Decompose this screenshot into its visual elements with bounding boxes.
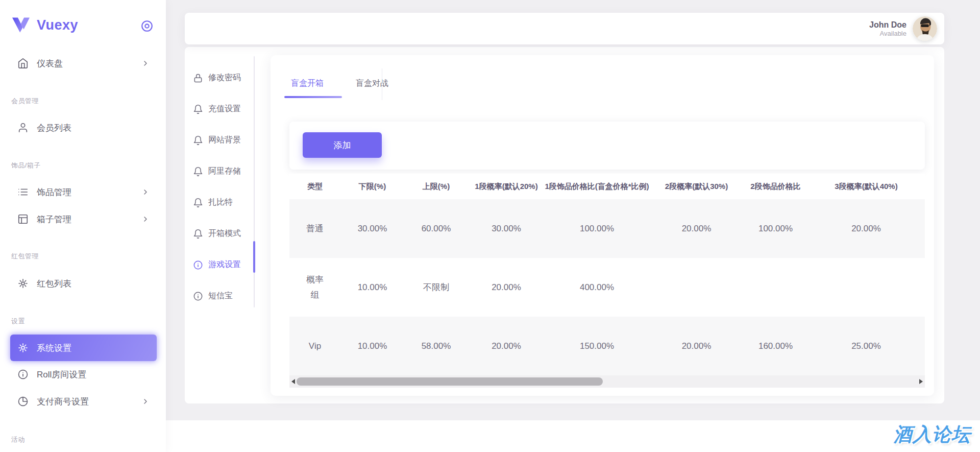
col-header-seg2-price-ratio: 2段饰品价格比	[744, 174, 807, 199]
main-content-panel: 修改密码 充值设置 网站背景 阿里存储 扎比特 开箱模式 游戏设置 短信宝	[185, 47, 944, 403]
cell-value: 30.00%	[468, 199, 545, 258]
section-label-settings: 设置	[11, 317, 154, 326]
scrollbar-right-arrow-icon[interactable]	[919, 379, 923, 384]
menu-item-sms-bao[interactable]: 短信宝	[193, 280, 250, 312]
home-icon	[17, 58, 29, 69]
sidebar-item-label: 支付商号设置	[37, 396, 141, 408]
scrollbar-thumb[interactable]	[297, 377, 603, 386]
sidebar-item-item-management[interactable]: 饰品管理	[10, 180, 157, 204]
menu-item-unbox-mode[interactable]: 开箱模式	[193, 218, 250, 249]
cell-value: 25.00%	[807, 317, 925, 375]
cell-value: 20.00%	[468, 258, 545, 317]
col-header-type: 类型	[289, 174, 340, 199]
section-label-red-packet: 红包管理	[11, 252, 154, 261]
menu-item-ali-storage[interactable]: 阿里存储	[193, 156, 250, 187]
cell-value: 150.00%	[545, 317, 649, 375]
menu-item-label: 网站背景	[208, 135, 241, 146]
cell-value: 10.00%	[340, 258, 404, 317]
sidebar-item-roll-room-settings[interactable]: Roll房间设置	[10, 362, 157, 387]
chevron-right-icon	[141, 215, 150, 223]
pie-chart-icon	[17, 396, 29, 407]
sidebar-item-member-list[interactable]: 会员列表	[10, 115, 157, 140]
table-row: 普通 30.00% 60.00% 30.00% 100.00% 20.00% 1…	[289, 199, 925, 258]
cell-type: 概率组	[305, 272, 326, 303]
avatar[interactable]	[913, 16, 937, 41]
left-sidebar: Vuexy 仪表盘 会员管理 会员列表 饰品/箱子 饰品管理 箱子管理 红包管理…	[0, 0, 166, 452]
section-label-activities: 活动	[11, 435, 154, 444]
menu-item-game-settings[interactable]: 游戏设置	[193, 249, 250, 280]
tab-blind-box-open[interactable]: 盲盒开箱	[291, 74, 324, 93]
sidebar-item-label: 红包列表	[37, 278, 150, 290]
sidebar-item-payment-merchant-settings[interactable]: 支付商号设置	[10, 389, 157, 414]
col-header-upper-limit: 上限(%)	[404, 174, 468, 199]
brand-logo[interactable]: Vuexy	[12, 13, 145, 37]
col-header-seg1-prob: 1段概率(默认20%)	[468, 174, 545, 199]
user-icon	[17, 122, 29, 133]
cell-value	[807, 258, 925, 317]
tab-label: 盲盒对战	[356, 78, 388, 89]
nav-pin-toggle-icon[interactable]	[140, 19, 154, 33]
menu-item-zhabite[interactable]: 扎比特	[193, 187, 250, 218]
cell-value: 20.00%	[649, 199, 744, 258]
tabbar-divider	[382, 68, 382, 100]
table-row: Vip 10.00% 58.00% 20.00% 150.00% 20.00% …	[289, 317, 925, 375]
sidebar-item-label: Roll房间设置	[37, 369, 150, 380]
section-label-items-boxes: 饰品/箱子	[11, 161, 154, 170]
table-row: 概率组 10.00% 不限制 20.00% 400.00%	[289, 258, 925, 317]
user-block: John Doe Available	[869, 20, 906, 38]
menu-item-change-password[interactable]: 修改密码	[193, 62, 250, 93]
col-header-lower-limit: 下限(%)	[340, 174, 404, 199]
avatar-image	[913, 16, 937, 41]
cell-value: 10.00%	[340, 317, 404, 375]
table-toolbar: 添加	[289, 122, 925, 170]
add-button[interactable]: 添加	[303, 132, 382, 158]
horizontal-scrollbar[interactable]	[289, 375, 925, 388]
cell-value: 400.00%	[545, 258, 649, 317]
vuexy-logo-icon	[12, 17, 30, 33]
menu-item-label: 扎比特	[208, 197, 233, 208]
sidebar-item-red-packet-list[interactable]: 红包列表	[10, 271, 157, 296]
brand-name: Vuexy	[37, 17, 78, 33]
active-menu-indicator	[253, 241, 255, 273]
lock-icon	[193, 73, 203, 83]
info-icon	[193, 291, 203, 301]
gear-icon	[17, 342, 29, 353]
bell-icon	[193, 104, 203, 114]
cell-value: 58.00%	[404, 317, 468, 375]
gear-icon	[17, 278, 29, 289]
menu-item-label: 充值设置	[208, 104, 241, 114]
menu-item-recharge-settings[interactable]: 充值设置	[193, 93, 250, 125]
user-name: John Doe	[869, 20, 906, 30]
cell-type: 普通	[305, 221, 326, 236]
menu-item-label: 短信宝	[208, 291, 233, 301]
watermark: 酒入论坛	[893, 422, 980, 447]
menu-item-site-background[interactable]: 网站背景	[193, 125, 250, 156]
scrollbar-left-arrow-icon[interactable]	[291, 379, 295, 384]
list-icon	[17, 186, 29, 198]
menu-item-label: 游戏设置	[208, 259, 241, 270]
col-header-seg2-prob: 2段概率(默认30%)	[649, 174, 744, 199]
bell-icon	[193, 229, 203, 239]
table-header-row: 类型 下限(%) 上限(%) 1段概率(默认20%) 1段饰品价格比(盲盒价格*…	[289, 174, 925, 199]
sidebar-item-dashboard[interactable]: 仪表盘	[10, 51, 157, 76]
col-header-seg1-price-ratio: 1段饰品价格比(盲盒价格*比例)	[545, 174, 649, 199]
tab-label: 盲盒开箱	[291, 78, 324, 89]
sidebar-item-box-management[interactable]: 箱子管理	[10, 207, 157, 231]
layout-icon	[17, 213, 29, 225]
bell-icon	[193, 166, 203, 177]
info-icon	[17, 369, 29, 380]
sidebar-item-label: 系统设置	[37, 342, 150, 354]
user-status: Available	[869, 30, 906, 38]
col-header-seg3-prob: 3段概率(默认40%)	[807, 174, 925, 199]
cell-value: 30.00%	[340, 199, 404, 258]
tab-blind-box-battle[interactable]: 盲盒对战	[356, 74, 388, 93]
cell-value	[649, 258, 744, 317]
cell-value: 160.00%	[744, 317, 807, 375]
bell-icon	[193, 198, 203, 208]
cell-value: 100.00%	[744, 199, 807, 258]
cell-value: 20.00%	[468, 317, 545, 375]
sidebar-item-label: 饰品管理	[37, 186, 141, 198]
chevron-right-icon	[141, 59, 150, 67]
menu-item-label: 开箱模式	[208, 228, 241, 239]
sidebar-item-system-settings[interactable]: 系统设置	[10, 335, 157, 361]
